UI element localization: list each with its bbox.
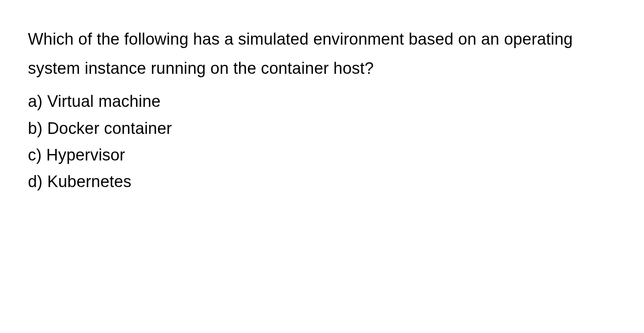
option-d: d) Kubernetes bbox=[28, 168, 616, 195]
options-list: a) Virtual machine b) Docker container c… bbox=[28, 88, 616, 195]
option-a: a) Virtual machine bbox=[28, 88, 616, 115]
option-b: b) Docker container bbox=[28, 115, 616, 142]
question-text: Which of the following has a simulated e… bbox=[28, 25, 616, 83]
option-c: c) Hypervisor bbox=[28, 142, 616, 168]
